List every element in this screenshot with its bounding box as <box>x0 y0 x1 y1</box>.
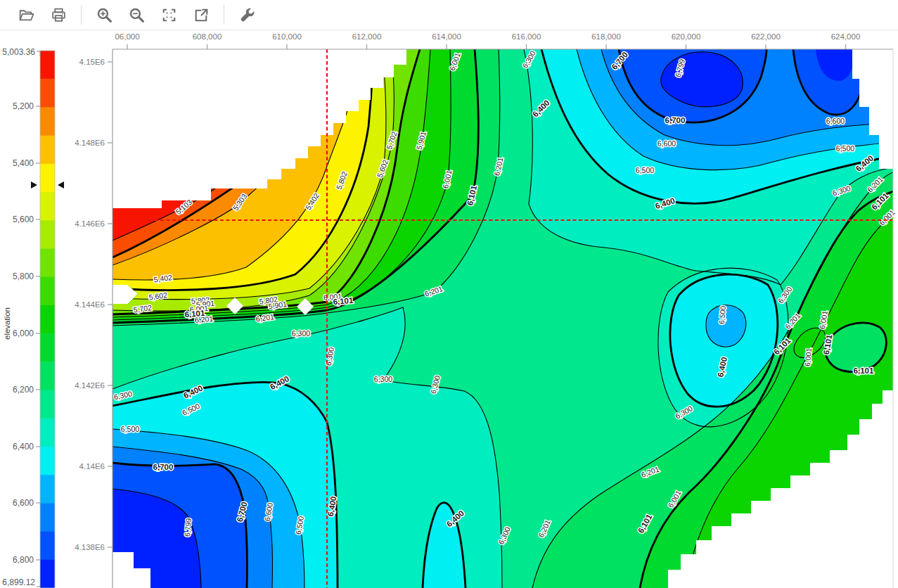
toolbar <box>0 0 898 30</box>
zoom-out-icon <box>128 6 146 24</box>
y-axis-tick-label: 4.148E6 <box>75 139 105 147</box>
colorbar-tick-label: 6,400 <box>13 442 34 452</box>
svg-text:6,500: 6,500 <box>121 425 139 433</box>
toolbar-separator <box>224 5 224 25</box>
colorbar-title: elevation <box>3 307 11 340</box>
export-view-button[interactable] <box>185 2 217 27</box>
x-axis-tick-label: 614,000 <box>432 32 461 41</box>
colorbar-tick-label: 5,200 <box>13 101 34 111</box>
open-button[interactable] <box>10 2 42 27</box>
colorbar-marker-right-arrow[interactable] <box>58 181 64 188</box>
y-axis-tick-label: 4.15E6 <box>79 58 105 66</box>
svg-text:6,500: 6,500 <box>636 166 654 174</box>
svg-text:6,001: 6,001 <box>803 347 813 366</box>
svg-text:6,500: 6,500 <box>836 144 854 153</box>
colorbar-tick-label: 5,600 <box>13 215 34 224</box>
colorbar[interactable]: 5,003.366,899.125,2005,4005,6005,8006,00… <box>2 47 64 588</box>
y-axis-tick-label: 4.14E6 <box>79 462 105 471</box>
y-axis-tick-label: 4.144E6 <box>75 300 105 309</box>
settings-button[interactable] <box>231 2 263 27</box>
zoom-in-button[interactable] <box>88 2 120 27</box>
print-button[interactable] <box>42 2 75 27</box>
y-axis-tick-label: 4.138E6 <box>75 543 105 551</box>
colorbar-max-label: 5,003.36 <box>2 47 35 57</box>
svg-text:6,799: 6,799 <box>183 518 193 537</box>
svg-text:6,500: 6,500 <box>717 305 727 324</box>
contour-map-canvas[interactable]: 5,1035,3035,4025,4025,6025,7025,6025,702… <box>0 0 898 588</box>
colorbar-tick-label: 6,200 <box>13 385 34 395</box>
x-axis-tick-label: 610,000 <box>272 32 302 41</box>
svg-text:6,700: 6,700 <box>665 116 686 124</box>
svg-text:6,300: 6,300 <box>374 375 392 383</box>
y-axis-tick-label: 4.142E6 <box>75 381 105 390</box>
svg-text:6,101: 6,101 <box>333 296 354 307</box>
colorbar-tick-label: 6,800 <box>13 555 34 565</box>
open-in-new-icon <box>193 6 210 24</box>
svg-text:6,201: 6,201 <box>194 314 213 324</box>
zoom-in-icon <box>96 6 113 24</box>
svg-text:6,700: 6,700 <box>153 463 174 471</box>
x-axis-tick-label: 618,000 <box>591 32 621 41</box>
zoom-extents-button[interactable] <box>153 2 185 27</box>
colorbar-marker-left-arrow[interactable] <box>31 181 37 188</box>
x-axis-tick-label: 624,000 <box>831 32 861 41</box>
colorbar-tick-label: 5,400 <box>13 158 34 168</box>
toolbar-separator <box>81 5 82 25</box>
zoom-out-button[interactable] <box>120 2 153 27</box>
x-axis-tick-label: 612,000 <box>352 32 382 41</box>
x-axis-tick-label: 616,000 <box>512 32 541 41</box>
svg-text:6,101: 6,101 <box>854 366 874 375</box>
folder-open-icon <box>18 6 35 24</box>
x-axis-tick-label: 622,000 <box>751 32 781 41</box>
x-axis-tick-label: 06,000 <box>115 32 139 41</box>
svg-text:6,300: 6,300 <box>292 329 310 338</box>
zoom-extents-icon <box>160 6 178 24</box>
colorbar-tick-label: 5,800 <box>13 271 34 281</box>
application-window: 5,1035,3035,4025,4025,6025,7025,6025,702… <box>0 0 898 588</box>
colorbar-tick-label: 6,000 <box>13 328 34 338</box>
y-axis-tick-label: 4.146E6 <box>75 219 105 228</box>
colorbar-min-label: 6,899.12 <box>2 577 35 587</box>
svg-text:6,600: 6,600 <box>658 139 676 148</box>
x-axis-tick-label: 608,000 <box>193 32 222 41</box>
svg-text:6,600: 6,600 <box>826 117 845 125</box>
printer-icon <box>50 6 68 24</box>
wrench-icon <box>238 6 256 24</box>
colorbar-tick-label: 6,600 <box>13 498 34 508</box>
x-axis-tick-label: 620,000 <box>672 32 701 41</box>
